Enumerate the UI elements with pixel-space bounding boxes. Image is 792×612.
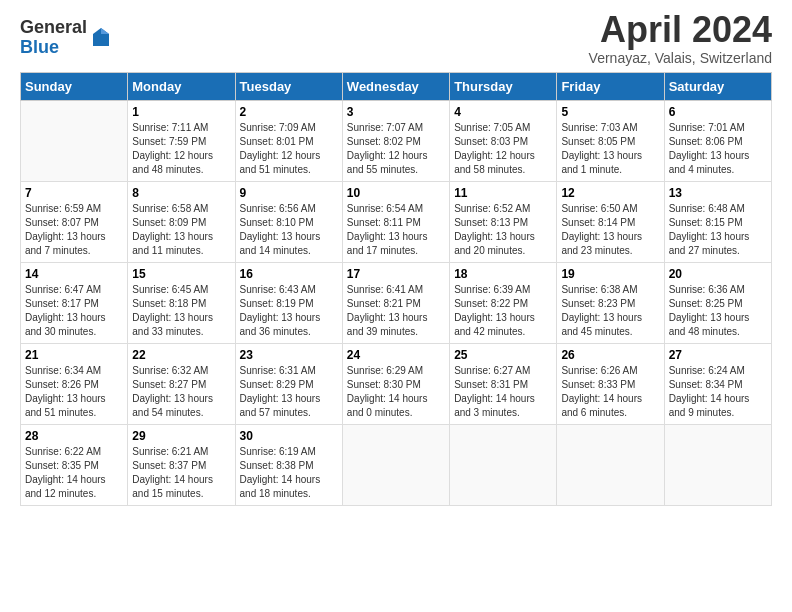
- day-number: 17: [347, 267, 445, 281]
- day-info: Sunrise: 6:34 AMSunset: 8:26 PMDaylight:…: [25, 364, 123, 420]
- calendar-cell: 10Sunrise: 6:54 AMSunset: 8:11 PMDayligh…: [342, 181, 449, 262]
- day-number: 7: [25, 186, 123, 200]
- day-number: 24: [347, 348, 445, 362]
- calendar-week-row: 1Sunrise: 7:11 AMSunset: 7:59 PMDaylight…: [21, 100, 772, 181]
- logo: General Blue: [20, 18, 113, 58]
- day-info: Sunrise: 6:39 AMSunset: 8:22 PMDaylight:…: [454, 283, 552, 339]
- col-header-sunday: Sunday: [21, 72, 128, 100]
- calendar-week-row: 21Sunrise: 6:34 AMSunset: 8:26 PMDayligh…: [21, 343, 772, 424]
- day-info: Sunrise: 6:43 AMSunset: 8:19 PMDaylight:…: [240, 283, 338, 339]
- col-header-tuesday: Tuesday: [235, 72, 342, 100]
- calendar-cell: 27Sunrise: 6:24 AMSunset: 8:34 PMDayligh…: [664, 343, 771, 424]
- calendar-week-row: 28Sunrise: 6:22 AMSunset: 8:35 PMDayligh…: [21, 424, 772, 505]
- day-number: 26: [561, 348, 659, 362]
- calendar-cell: [557, 424, 664, 505]
- day-info: Sunrise: 6:22 AMSunset: 8:35 PMDaylight:…: [25, 445, 123, 501]
- day-info: Sunrise: 6:27 AMSunset: 8:31 PMDaylight:…: [454, 364, 552, 420]
- col-header-friday: Friday: [557, 72, 664, 100]
- col-header-thursday: Thursday: [450, 72, 557, 100]
- day-number: 13: [669, 186, 767, 200]
- calendar-cell: 4Sunrise: 7:05 AMSunset: 8:03 PMDaylight…: [450, 100, 557, 181]
- day-info: Sunrise: 7:11 AMSunset: 7:59 PMDaylight:…: [132, 121, 230, 177]
- calendar-week-row: 14Sunrise: 6:47 AMSunset: 8:17 PMDayligh…: [21, 262, 772, 343]
- day-number: 30: [240, 429, 338, 443]
- calendar-cell: 21Sunrise: 6:34 AMSunset: 8:26 PMDayligh…: [21, 343, 128, 424]
- day-number: 16: [240, 267, 338, 281]
- day-info: Sunrise: 6:45 AMSunset: 8:18 PMDaylight:…: [132, 283, 230, 339]
- calendar-cell: 17Sunrise: 6:41 AMSunset: 8:21 PMDayligh…: [342, 262, 449, 343]
- day-info: Sunrise: 7:05 AMSunset: 8:03 PMDaylight:…: [454, 121, 552, 177]
- calendar-cell: 9Sunrise: 6:56 AMSunset: 8:10 PMDaylight…: [235, 181, 342, 262]
- calendar-cell: 1Sunrise: 7:11 AMSunset: 7:59 PMDaylight…: [128, 100, 235, 181]
- calendar-cell: 3Sunrise: 7:07 AMSunset: 8:02 PMDaylight…: [342, 100, 449, 181]
- calendar-cell: 19Sunrise: 6:38 AMSunset: 8:23 PMDayligh…: [557, 262, 664, 343]
- page-header: General Blue April 2024 Vernayaz, Valais…: [20, 10, 772, 66]
- day-info: Sunrise: 6:58 AMSunset: 8:09 PMDaylight:…: [132, 202, 230, 258]
- day-number: 10: [347, 186, 445, 200]
- calendar-header-row: SundayMondayTuesdayWednesdayThursdayFrid…: [21, 72, 772, 100]
- day-info: Sunrise: 6:56 AMSunset: 8:10 PMDaylight:…: [240, 202, 338, 258]
- day-number: 4: [454, 105, 552, 119]
- calendar-cell: 12Sunrise: 6:50 AMSunset: 8:14 PMDayligh…: [557, 181, 664, 262]
- calendar-cell: 24Sunrise: 6:29 AMSunset: 8:30 PMDayligh…: [342, 343, 449, 424]
- day-number: 22: [132, 348, 230, 362]
- day-info: Sunrise: 7:09 AMSunset: 8:01 PMDaylight:…: [240, 121, 338, 177]
- calendar-cell: 28Sunrise: 6:22 AMSunset: 8:35 PMDayligh…: [21, 424, 128, 505]
- day-number: 23: [240, 348, 338, 362]
- day-info: Sunrise: 7:07 AMSunset: 8:02 PMDaylight:…: [347, 121, 445, 177]
- day-number: 8: [132, 186, 230, 200]
- calendar-cell: 2Sunrise: 7:09 AMSunset: 8:01 PMDaylight…: [235, 100, 342, 181]
- day-info: Sunrise: 7:03 AMSunset: 8:05 PMDaylight:…: [561, 121, 659, 177]
- calendar-cell: 6Sunrise: 7:01 AMSunset: 8:06 PMDaylight…: [664, 100, 771, 181]
- day-info: Sunrise: 6:31 AMSunset: 8:29 PMDaylight:…: [240, 364, 338, 420]
- calendar-table: SundayMondayTuesdayWednesdayThursdayFrid…: [20, 72, 772, 506]
- day-number: 20: [669, 267, 767, 281]
- day-number: 29: [132, 429, 230, 443]
- day-number: 3: [347, 105, 445, 119]
- month-title: April 2024: [589, 10, 772, 50]
- calendar-cell: 22Sunrise: 6:32 AMSunset: 8:27 PMDayligh…: [128, 343, 235, 424]
- day-number: 19: [561, 267, 659, 281]
- day-number: 27: [669, 348, 767, 362]
- calendar-cell: 26Sunrise: 6:26 AMSunset: 8:33 PMDayligh…: [557, 343, 664, 424]
- calendar-cell: 7Sunrise: 6:59 AMSunset: 8:07 PMDaylight…: [21, 181, 128, 262]
- day-number: 12: [561, 186, 659, 200]
- calendar-cell: 14Sunrise: 6:47 AMSunset: 8:17 PMDayligh…: [21, 262, 128, 343]
- calendar-cell: 18Sunrise: 6:39 AMSunset: 8:22 PMDayligh…: [450, 262, 557, 343]
- logo-icon: [89, 26, 113, 50]
- day-info: Sunrise: 6:50 AMSunset: 8:14 PMDaylight:…: [561, 202, 659, 258]
- day-number: 21: [25, 348, 123, 362]
- calendar-cell: 25Sunrise: 6:27 AMSunset: 8:31 PMDayligh…: [450, 343, 557, 424]
- calendar-cell: [21, 100, 128, 181]
- calendar-cell: 15Sunrise: 6:45 AMSunset: 8:18 PMDayligh…: [128, 262, 235, 343]
- calendar-cell: 13Sunrise: 6:48 AMSunset: 8:15 PMDayligh…: [664, 181, 771, 262]
- calendar-cell: 23Sunrise: 6:31 AMSunset: 8:29 PMDayligh…: [235, 343, 342, 424]
- day-info: Sunrise: 6:38 AMSunset: 8:23 PMDaylight:…: [561, 283, 659, 339]
- calendar-cell: [450, 424, 557, 505]
- calendar-cell: 29Sunrise: 6:21 AMSunset: 8:37 PMDayligh…: [128, 424, 235, 505]
- day-number: 6: [669, 105, 767, 119]
- day-number: 11: [454, 186, 552, 200]
- title-block: April 2024 Vernayaz, Valais, Switzerland: [589, 10, 772, 66]
- calendar-cell: [664, 424, 771, 505]
- day-number: 1: [132, 105, 230, 119]
- day-number: 18: [454, 267, 552, 281]
- day-info: Sunrise: 6:24 AMSunset: 8:34 PMDaylight:…: [669, 364, 767, 420]
- calendar-cell: [342, 424, 449, 505]
- calendar-cell: 16Sunrise: 6:43 AMSunset: 8:19 PMDayligh…: [235, 262, 342, 343]
- calendar-week-row: 7Sunrise: 6:59 AMSunset: 8:07 PMDaylight…: [21, 181, 772, 262]
- col-header-wednesday: Wednesday: [342, 72, 449, 100]
- day-info: Sunrise: 6:36 AMSunset: 8:25 PMDaylight:…: [669, 283, 767, 339]
- day-info: Sunrise: 6:48 AMSunset: 8:15 PMDaylight:…: [669, 202, 767, 258]
- calendar-cell: 30Sunrise: 6:19 AMSunset: 8:38 PMDayligh…: [235, 424, 342, 505]
- calendar-cell: 20Sunrise: 6:36 AMSunset: 8:25 PMDayligh…: [664, 262, 771, 343]
- day-info: Sunrise: 6:52 AMSunset: 8:13 PMDaylight:…: [454, 202, 552, 258]
- day-info: Sunrise: 6:54 AMSunset: 8:11 PMDaylight:…: [347, 202, 445, 258]
- day-info: Sunrise: 6:41 AMSunset: 8:21 PMDaylight:…: [347, 283, 445, 339]
- col-header-monday: Monday: [128, 72, 235, 100]
- day-info: Sunrise: 6:29 AMSunset: 8:30 PMDaylight:…: [347, 364, 445, 420]
- calendar-cell: 8Sunrise: 6:58 AMSunset: 8:09 PMDaylight…: [128, 181, 235, 262]
- day-number: 28: [25, 429, 123, 443]
- day-number: 25: [454, 348, 552, 362]
- col-header-saturday: Saturday: [664, 72, 771, 100]
